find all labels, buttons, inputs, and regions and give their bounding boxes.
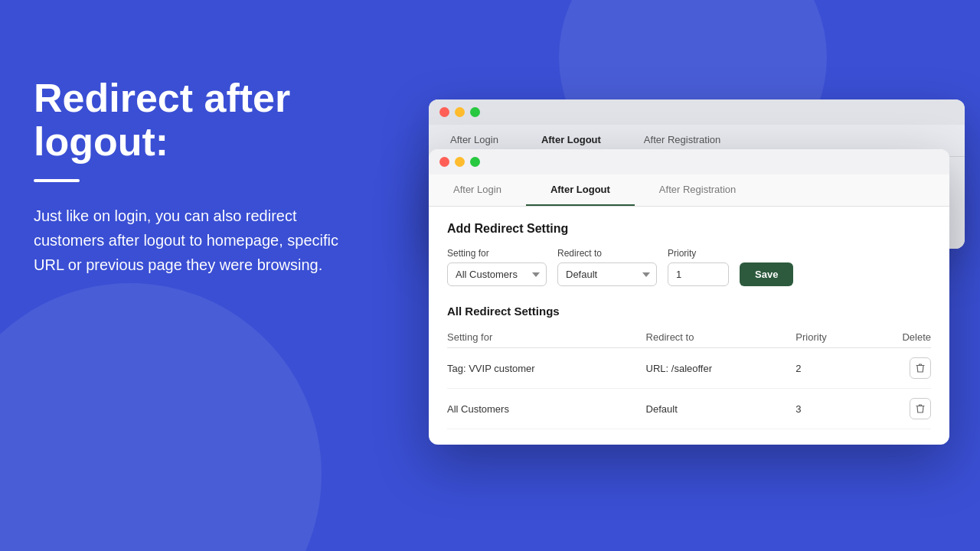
row1-setting-for: Tag: VVIP customer <box>447 348 646 389</box>
delete-button-row1[interactable] <box>910 357 931 379</box>
table-row: Tag: VVIP customer URL: /saleoffer 2 <box>447 348 931 389</box>
main-heading: Redirect after logout: <box>34 77 355 164</box>
heading-divider <box>34 179 80 182</box>
save-button[interactable]: Save <box>740 262 793 286</box>
row1-priority: 2 <box>795 348 866 389</box>
col-header-delete: Delete <box>866 327 931 348</box>
dot-yellow-fg <box>455 157 465 167</box>
delete-button-row2[interactable] <box>910 398 931 419</box>
dot-yellow-bg <box>455 107 465 117</box>
redirect-to-group: Redirect to Default <box>557 248 657 286</box>
redirect-to-select[interactable]: Default <box>557 262 657 286</box>
tab-fg-after-login[interactable]: After Login <box>429 174 526 206</box>
dot-green-fg <box>470 157 480 167</box>
redirect-to-label: Redirect to <box>557 248 657 259</box>
description-text: Just like on login, you can also redirec… <box>34 204 355 277</box>
window-content: Add Redirect Setting Setting for All Cus… <box>429 207 949 445</box>
left-panel: Redirect after logout: Just like on logi… <box>34 77 355 277</box>
setting-for-label: Setting for <box>447 248 547 259</box>
setting-for-select[interactable]: All Customers <box>447 262 547 286</box>
titlebar-bg <box>429 99 965 125</box>
bg-decoration-1 <box>0 283 322 551</box>
add-redirect-title: Add Redirect Setting <box>447 222 931 236</box>
dot-red-fg <box>439 157 449 167</box>
dot-red-bg <box>439 107 449 117</box>
all-settings-title: All Redirect Settings <box>447 305 931 318</box>
tabs-bar-fg: After Login After Logout After Registrat… <box>429 174 949 207</box>
settings-table: Setting for Redirect to Priority Delete … <box>447 327 931 429</box>
row1-redirect-to: URL: /saleoffer <box>646 348 796 389</box>
tab-fg-after-registration[interactable]: After Registration <box>635 174 760 206</box>
row2-priority: 3 <box>795 389 866 429</box>
priority-label: Priority <box>668 248 729 259</box>
priority-input[interactable] <box>668 262 729 286</box>
col-header-setting-for: Setting for <box>447 327 646 348</box>
dot-green-bg <box>470 107 480 117</box>
row2-setting-for: All Customers <box>447 389 646 429</box>
row2-redirect-to: Default <box>646 389 796 429</box>
window-foreground: After Login After Logout After Registrat… <box>429 149 949 445</box>
col-header-priority: Priority <box>795 327 866 348</box>
table-row: All Customers Default 3 <box>447 389 931 429</box>
tab-fg-after-logout[interactable]: After Logout <box>526 174 635 206</box>
add-redirect-form: Setting for All Customers Redirect to De… <box>447 248 931 286</box>
setting-for-group: Setting for All Customers <box>447 248 547 286</box>
col-header-redirect-to: Redirect to <box>646 327 796 348</box>
priority-group: Priority <box>668 248 729 286</box>
titlebar-fg <box>429 149 949 174</box>
